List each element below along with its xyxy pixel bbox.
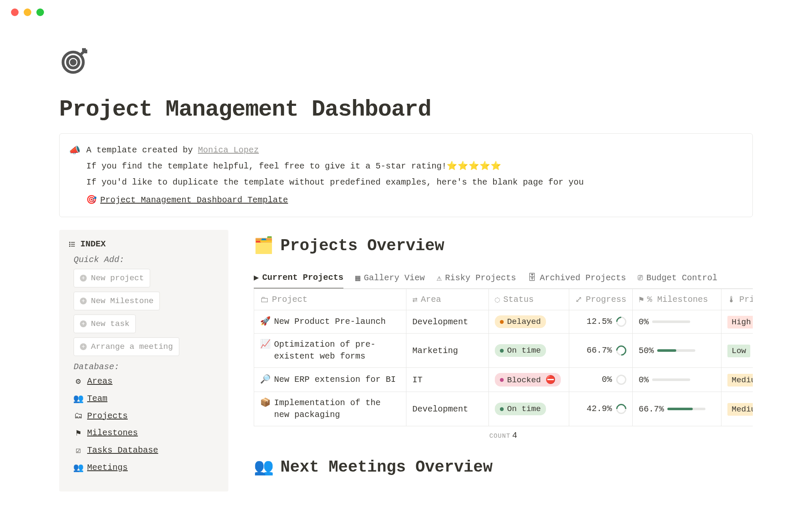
table-row[interactable]: 🔎New ERP extension for BIITBlocked ⛔0%0%… [254,368,753,392]
new-project-button[interactable]: +New project [74,269,150,287]
page-target-icon [59,46,753,85]
folder-icon: 🗂 [74,411,83,421]
card-box-icon: 🗂️ [254,236,274,255]
relation-icon: ⇄ [412,294,417,305]
tab-current-projects[interactable]: ▶Current Projects [254,272,343,289]
maximize-window-icon[interactable] [36,8,44,16]
list-icon [69,239,76,249]
chart-icon: ⤢ [575,294,582,305]
minimize-window-icon[interactable] [24,8,31,16]
col-area[interactable]: ⇄Area [406,289,489,310]
tab-budget-control[interactable]: ⎚Budget Control [638,272,717,288]
meeting-icon: 👥 [74,462,83,473]
alert-icon: ⚠ [436,273,442,283]
page-title: Project Management Dashboard [59,97,753,122]
database-label: Database: [74,362,219,372]
megaphone-icon: 📣 [69,142,80,208]
priority-badge: Medium [727,374,753,387]
col-priority[interactable]: 🌡Prior [721,289,753,310]
db-projects[interactable]: 🗂Projects [74,411,219,421]
arrange-meeting-label: Arrange a meeting [91,342,173,351]
author-link[interactable]: Monica Lopez [198,145,259,155]
status-badge: On time [495,403,546,415]
svg-point-2 [71,61,75,64]
new-milestone-button[interactable]: +New Milestone [74,292,160,310]
db-areas[interactable]: ⚙Areas [74,376,219,387]
project-emoji-icon: 🚀 [260,316,271,328]
db-tasks[interactable]: ☑Tasks Database [74,445,219,456]
tab-gallery-view[interactable]: ▦Gallery View [355,272,425,288]
status-dot-icon [500,349,504,353]
cell-progress: 66.7% [569,334,633,368]
thermometer-icon: 🌡 [727,295,736,305]
status-badge: Delayed [495,315,546,328]
busts-icon: 👥 [254,457,274,477]
svg-point-6 [69,242,70,243]
plus-icon: + [80,275,87,282]
budget-icon: ⎚ [638,273,643,283]
table-row[interactable]: 📦Implementation of the new packagingDeve… [254,392,753,426]
callout-prefix: A template created by [86,145,198,155]
status-dot-icon [500,407,504,411]
tab-archived-projects[interactable]: 🗄Archived Projects [528,272,626,288]
cell-area: Development [406,392,489,426]
db-meetings[interactable]: 👥Meetings [74,462,219,473]
people-icon: 👥 [74,393,83,404]
cell-milestones: 0% [633,368,721,392]
cell-milestones: 66.7% [633,392,721,426]
index-sidebar: INDEX Quick Add: +New project +New Miles… [59,230,228,491]
projects-table: 🗀Project ⇄Area ◌Status ⤢Progress ⚑% Mile… [254,289,753,426]
quick-add-label: Quick Add: [74,255,219,265]
plus-icon: + [80,320,87,327]
cell-milestones: 0% [633,310,721,334]
window-traffic-lights [0,0,812,25]
close-window-icon[interactable] [11,8,19,16]
gallery-icon: ▦ [355,273,360,283]
template-link[interactable]: Project Management Dashboard Template [100,192,288,208]
folder-icon: 🗀 [260,295,269,305]
milestone-bar [657,349,695,352]
plus-icon: + [80,343,87,350]
project-emoji-icon: 📈 [260,339,271,351]
new-milestone-label: New Milestone [91,296,154,306]
progress-ring-icon [616,375,626,385]
cell-area: Development [406,310,489,334]
progress-ring-icon [614,315,628,329]
progress-ring-icon [614,402,628,416]
stars-icon: ⭐⭐⭐⭐⭐ [447,161,502,171]
table-count: COUNT4 [254,426,753,444]
col-milestones[interactable]: ⚑% Milestones [633,289,721,310]
play-icon: ▶ [254,272,259,283]
svg-point-7 [69,244,70,245]
arrange-meeting-button[interactable]: +Arrange a meeting [74,337,179,356]
project-name: Implementation of the new packaging [274,397,400,421]
tab-risky-projects[interactable]: ⚠Risky Projects [436,272,516,288]
table-row[interactable]: 📈Optimization of pre-existent web formsM… [254,334,753,368]
cell-progress: 12.5% [569,310,633,334]
db-milestones[interactable]: ⚑Milestones [74,428,219,438]
status-icon: ◌ [495,294,500,305]
checklist-icon: ☑ [74,445,83,456]
col-status[interactable]: ◌Status [489,289,569,310]
cell-area: IT [406,368,489,392]
priority-badge: High [727,316,753,329]
cell-area: Marketing [406,334,489,368]
index-title: INDEX [80,239,106,249]
db-team[interactable]: 👥Team [74,393,219,404]
callout-rating-line: If you find the template helpful, feel f… [86,161,447,171]
project-name: Optimization of pre-existent web forms [274,339,400,362]
project-emoji-icon: 📦 [260,397,271,409]
col-project[interactable]: 🗀Project [254,289,406,310]
col-progress[interactable]: ⤢Progress [569,289,633,310]
plus-icon: + [80,298,87,304]
table-row[interactable]: 🚀New Product Pre-launchDevelopmentDelaye… [254,310,753,334]
status-badge: On time [495,344,546,357]
milestone-bar [652,378,690,381]
projects-overview-heading: 🗂️ Projects Overview [254,236,753,255]
cell-milestones: 50% [633,334,721,368]
milestone-bar [652,320,690,323]
status-dot-icon [500,378,504,382]
template-callout: 📣 A template created by Monica Lopez If … [59,133,753,217]
new-task-button[interactable]: +New task [74,315,136,333]
flag-icon: ⚑ [639,294,644,305]
